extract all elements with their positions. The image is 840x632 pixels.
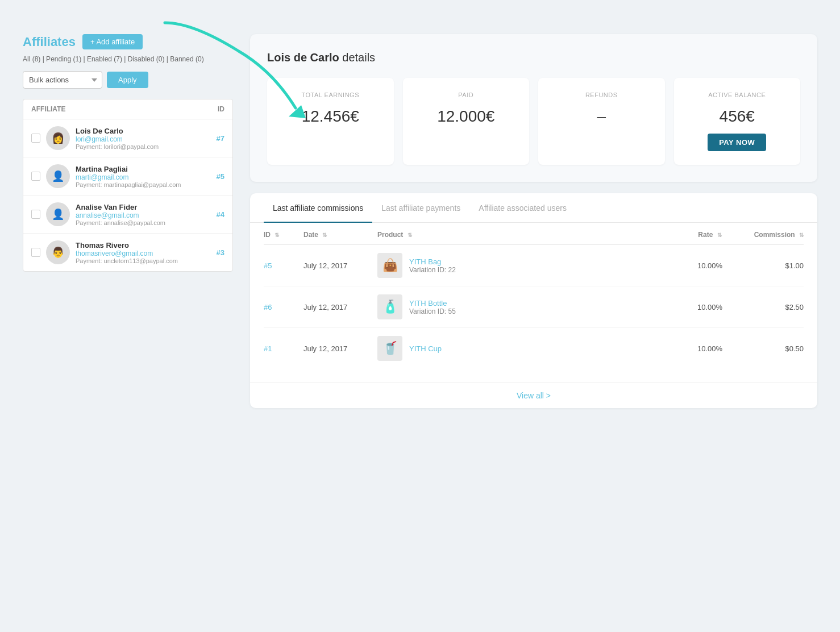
affiliate-email: thomasrivero@gmail.com — [76, 250, 202, 257]
affiliate-row[interactable]: 👨 Thomas Rivero thomasrivero@gmail.com P… — [23, 234, 232, 271]
product-name[interactable]: YITH Cup — [409, 344, 442, 353]
product-info: YITH Bottle Variation ID: 55 — [409, 299, 456, 315]
commissions-table: ID ⇅ Date ⇅ Product ⇅ Rate ⇅ Commission … — [250, 223, 817, 382]
stat-value: – — [550, 107, 654, 126]
commission-product: 🥤 YITH Cup — [377, 336, 679, 361]
commission-date: July 12, 2017 — [303, 303, 377, 311]
product-info: YITH Cup — [409, 344, 442, 353]
affiliate-row[interactable]: 👩 Lois De Carlo lori@gmail.com Payment: … — [23, 119, 232, 157]
col-date-comm: Date ⇅ — [303, 231, 377, 239]
commission-tab[interactable]: Affiliate associated users — [469, 193, 576, 223]
affiliates-header: Affiliates + Add affiliate — [23, 34, 233, 49]
sort-icon-rate: ⇅ — [717, 232, 722, 238]
product-variation: Variation ID: 22 — [409, 266, 456, 274]
sort-icon-commission: ⇅ — [799, 232, 804, 238]
commission-amount: $1.00 — [741, 261, 804, 270]
stat-label: ACTIVE BALANCE — [685, 92, 789, 98]
affiliate-info: Martina Pagliai marti@gmail.com Payment:… — [76, 165, 202, 188]
commission-product: 👜 YITH Bag Variation ID: 22 — [377, 253, 679, 278]
affiliate-row[interactable]: 👤 Martina Pagliai marti@gmail.com Paymen… — [23, 157, 232, 196]
commission-row: #1 July 12, 2017 🥤 YITH Cup 10.00% $0.50 — [264, 328, 804, 369]
affiliate-info: Lois De Carlo lori@gmail.com Payment: lo… — [76, 127, 202, 150]
filter-links: All (8) | Pending (1) | Enabled (7) | Di… — [23, 55, 233, 63]
product-thumb: 🥤 — [377, 336, 402, 361]
affiliate-name: Lois De Carlo — [76, 127, 202, 135]
avatar: 👩 — [46, 126, 70, 150]
col-id-comm: ID ⇅ — [264, 231, 303, 239]
avatar: 👤 — [46, 202, 70, 226]
view-all-button[interactable]: View all > — [250, 382, 817, 408]
commission-row: #6 July 12, 2017 🧴 YITH Bottle Variation… — [264, 286, 804, 328]
avatar: 👤 — [46, 164, 70, 188]
affiliate-id: #5 — [207, 172, 224, 181]
bulk-actions-row: Bulk actions Apply — [23, 71, 233, 89]
sort-icon: ⇅ — [275, 232, 279, 238]
commission-tab[interactable]: Last affiliate commissions — [264, 193, 372, 223]
product-name[interactable]: YITH Bottle — [409, 299, 456, 307]
stat-value: 12.456€ — [278, 107, 382, 126]
affiliate-checkbox[interactable] — [31, 134, 40, 143]
avatar: 👨 — [46, 240, 70, 264]
stat-box: PAID 12.000€ — [403, 78, 530, 165]
col-product-comm: Product ⇅ — [377, 231, 679, 239]
affiliates-title: Affiliates — [23, 35, 76, 49]
affiliate-id: #4 — [207, 210, 224, 219]
affiliate-email: annalise@gmail.com — [76, 211, 202, 219]
commission-rate: 10.00% — [679, 261, 741, 270]
product-variation: Variation ID: 55 — [409, 307, 456, 315]
affiliate-email: marti@gmail.com — [76, 173, 202, 181]
person-name: Lois de Carlo — [267, 51, 339, 64]
affiliate-id: #7 — [207, 134, 224, 143]
affiliate-checkbox[interactable] — [31, 210, 40, 219]
affiliate-name: Analise Van Fider — [76, 203, 202, 211]
affiliate-info: Thomas Rivero thomasrivero@gmail.com Pay… — [76, 241, 202, 264]
commission-row: #5 July 12, 2017 👜 YITH Bag Variation ID… — [264, 245, 804, 286]
affiliate-checkbox[interactable] — [31, 172, 40, 181]
stat-box: REFUNDS – — [538, 78, 665, 165]
stat-label: PAID — [414, 92, 518, 98]
commission-product: 🧴 YITH Bottle Variation ID: 55 — [377, 294, 679, 319]
affiliate-payment: Payment: uncletom113@paypal.com — [76, 257, 202, 264]
commission-amount: $0.50 — [741, 344, 804, 353]
product-name[interactable]: YITH Bag — [409, 257, 456, 266]
sort-icon-product: ⇅ — [407, 232, 412, 238]
add-affiliate-button[interactable]: + Add affiliate — [82, 34, 143, 49]
page-wrapper: Affiliates + Add affiliate All (8) | Pen… — [0, 0, 840, 632]
left-panel: Affiliates + Add affiliate All (8) | Pen… — [23, 34, 233, 609]
commissions-tabs: Last affiliate commissionsLast affiliate… — [250, 193, 817, 223]
affiliate-checkbox[interactable] — [31, 248, 40, 257]
product-thumb: 👜 — [377, 253, 402, 278]
col-rate-comm: Rate ⇅ — [679, 231, 741, 239]
affiliate-row[interactable]: 👤 Analise Van Fider annalise@gmail.com P… — [23, 196, 232, 234]
apply-button[interactable]: Apply — [107, 72, 148, 88]
affiliate-payment: Payment: martinapagliai@paypal.com — [76, 181, 202, 188]
sort-icon-date: ⇅ — [322, 232, 327, 238]
affiliate-id: #3 — [207, 248, 224, 257]
bulk-actions-select[interactable]: Bulk actions — [23, 71, 102, 89]
product-thumb: 🧴 — [377, 294, 402, 319]
col-affiliate-header: Affiliate — [31, 105, 202, 113]
commission-id: #6 — [264, 303, 303, 311]
affiliate-email: lori@gmail.com — [76, 135, 202, 143]
detail-card: Lois de Carlo details TOTAL EARNINGS 12.… — [250, 34, 817, 182]
col-id-header: ID — [202, 105, 224, 113]
affiliate-payment: Payment: lorilori@paypal.com — [76, 143, 202, 150]
commission-id: #1 — [264, 344, 303, 353]
stat-box: TOTAL EARNINGS 12.456€ — [267, 78, 394, 165]
commission-rate: 10.00% — [679, 303, 741, 311]
stat-label: REFUNDS — [550, 92, 654, 98]
pay-now-button[interactable]: PAY NOW — [708, 134, 766, 151]
stat-value: 12.000€ — [414, 107, 518, 126]
affiliates-table-header: Affiliate ID — [23, 99, 232, 119]
commissions-table-header: ID ⇅ Date ⇅ Product ⇅ Rate ⇅ Commission … — [264, 223, 804, 245]
detail-title: Lois de Carlo details — [267, 51, 800, 64]
commission-id: #5 — [264, 261, 303, 270]
commission-rate: 10.00% — [679, 344, 741, 353]
commission-tab[interactable]: Last affiliate payments — [372, 193, 469, 223]
affiliate-info: Analise Van Fider annalise@gmail.com Pay… — [76, 203, 202, 226]
col-commission-comm: Commission ⇅ — [741, 231, 804, 239]
affiliates-rows: 👩 Lois De Carlo lori@gmail.com Payment: … — [23, 119, 232, 271]
product-info: YITH Bag Variation ID: 22 — [409, 257, 456, 274]
stat-label: TOTAL EARNINGS — [278, 92, 382, 98]
commission-amount: $2.50 — [741, 303, 804, 311]
